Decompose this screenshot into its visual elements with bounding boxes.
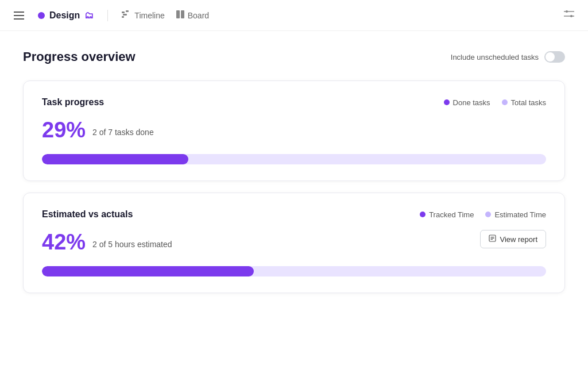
- page-header: Progress overview Include unscheduled ta…: [23, 49, 565, 64]
- toggle-area: Include unscheduled tasks: [451, 51, 565, 63]
- estimated-time-label: Estimated Time: [494, 210, 546, 219]
- svg-rect-5: [181, 10, 184, 18]
- total-tasks-label: Total tasks: [511, 98, 546, 107]
- svg-rect-1: [126, 10, 129, 12]
- legend-tracked-time: Tracked Time: [420, 210, 474, 219]
- estimated-time-dot: [485, 212, 491, 217]
- task-progress-card: Task progress Done tasks Total tasks 29%…: [23, 80, 565, 181]
- tab-timeline[interactable]: Timeline: [122, 8, 164, 22]
- nav-tabs: Timeline Board: [122, 8, 209, 22]
- report-icon: [489, 235, 496, 244]
- top-nav: Design 🗂 Timeline: [0, 0, 588, 31]
- estimated-actuals-bar-fill: [42, 266, 254, 276]
- nav-separator: [107, 10, 108, 21]
- project-color-dot: [38, 12, 45, 19]
- done-tasks-dot: [444, 99, 450, 105]
- project-name[interactable]: Design 🗂: [38, 10, 94, 21]
- total-tasks-dot: [502, 99, 508, 105]
- estimated-actuals-legend: Tracked Time Estimated Time: [420, 210, 546, 219]
- task-progress-percent: 29%: [42, 118, 86, 143]
- unscheduled-tasks-toggle[interactable]: [544, 51, 565, 63]
- svg-rect-4: [176, 10, 180, 18]
- task-progress-bar-track: [42, 154, 546, 164]
- view-report-button[interactable]: View report: [480, 230, 546, 248]
- tracked-time-label: Tracked Time: [429, 210, 474, 219]
- legend-done-tasks: Done tasks: [444, 98, 490, 107]
- board-icon: [176, 10, 184, 20]
- svg-rect-2: [123, 14, 127, 16]
- estimated-actuals-desc: 2 of 5 hours estimated: [92, 236, 172, 249]
- hamburger-menu[interactable]: [14, 11, 24, 20]
- tab-timeline-label: Timeline: [134, 11, 164, 20]
- legend-estimated-time: Estimated Time: [485, 210, 546, 219]
- estimated-actuals-stat: 42% 2 of 5 hours estimated: [42, 230, 172, 255]
- filters-button[interactable]: [564, 9, 574, 21]
- page-title: Progress overview: [23, 49, 136, 64]
- sliders-icon: [564, 9, 574, 21]
- main-content: Progress overview Include unscheduled ta…: [0, 31, 588, 323]
- task-progress-header: Task progress Done tasks Total tasks: [42, 97, 546, 107]
- done-tasks-label: Done tasks: [453, 98, 490, 107]
- svg-rect-3: [122, 16, 124, 18]
- estimated-actuals-body: 42% 2 of 5 hours estimated View report: [42, 230, 546, 266]
- tab-board[interactable]: Board: [176, 8, 209, 22]
- task-progress-title: Task progress: [42, 97, 104, 107]
- tracked-time-dot: [420, 212, 425, 217]
- briefcase-icon: 🗂: [84, 10, 94, 21]
- task-progress-stat: 29% 2 of 7 tasks done: [42, 118, 546, 143]
- estimated-actuals-card: Estimated vs actuals Tracked Time Estima…: [23, 193, 565, 293]
- task-progress-legend: Done tasks Total tasks: [444, 98, 546, 107]
- legend-total-tasks: Total tasks: [502, 98, 546, 107]
- view-report-label: View report: [500, 235, 537, 244]
- estimated-actuals-header: Estimated vs actuals Tracked Time Estima…: [42, 209, 546, 220]
- estimated-actuals-percent: 42%: [42, 230, 86, 255]
- timeline-icon: [122, 10, 131, 20]
- task-progress-bar-fill: [42, 154, 188, 164]
- estimated-actuals-title: Estimated vs actuals: [42, 209, 133, 220]
- toggle-label: Include unscheduled tasks: [451, 53, 539, 62]
- estimated-actuals-bar-track: [42, 266, 546, 276]
- svg-rect-0: [122, 11, 125, 13]
- task-progress-desc: 2 of 7 tasks done: [92, 124, 154, 137]
- project-name-label: Design: [49, 10, 80, 21]
- tab-board-label: Board: [188, 11, 209, 20]
